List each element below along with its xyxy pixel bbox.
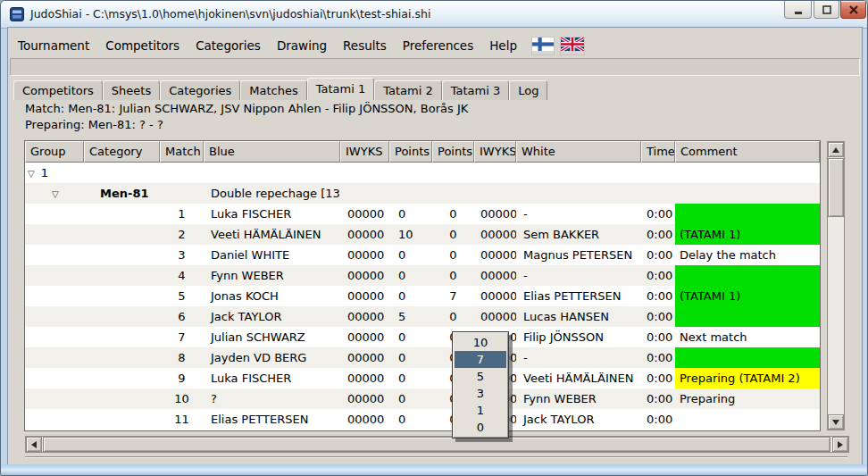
column-header-3-blue[interactable]: Blue [204, 141, 340, 163]
column-header-5-points[interactable]: Points [389, 141, 432, 163]
column-header-6-points[interactable]: Points [432, 141, 474, 163]
horizontal-scrollbar[interactable] [25, 436, 849, 453]
column-header-2-match[interactable]: Match [160, 141, 204, 163]
dropdown-option-0[interactable]: 0 [455, 419, 506, 436]
cell-blue-points[interactable]: 10 [389, 224, 432, 245]
cell-comment[interactable]: Next match [675, 327, 820, 347]
cell-time: 0:00 [641, 327, 675, 347]
match-row[interactable]: 5Jonas KOCH000000700000Elias PETTERSEN0:… [25, 286, 820, 306]
cell-blue-points[interactable]: 0 [389, 265, 432, 286]
match-row[interactable]: 2Veeti HÄMÄLÄINEN0000010000000Sem BAKKER… [25, 224, 820, 245]
tab-categories[interactable]: Categories [160, 80, 240, 100]
match-row[interactable]: 10?000000000000Fynn WEBER0:00Preparing [25, 388, 820, 409]
tab-log[interactable]: Log [509, 80, 547, 100]
tab-sheets[interactable]: Sheets [103, 80, 160, 100]
horizontal-scrollbar-thumb[interactable] [43, 437, 830, 452]
cell-comment[interactable]: Delay the match [675, 245, 820, 265]
match-row[interactable]: 3Daniel WHITE000000000000Magnus PETERSEN… [25, 245, 820, 265]
close-icon [848, 4, 859, 15]
cell-comment[interactable] [675, 265, 820, 286]
cell-white-name: Sem BAKKER [516, 224, 641, 245]
cell-comment[interactable] [675, 306, 820, 327]
scroll-right-button[interactable] [832, 437, 848, 452]
cell-comment[interactable]: Preparing (TATAMI 2) [675, 368, 820, 388]
column-header-8-white[interactable]: White [516, 141, 641, 163]
maximize-button[interactable] [814, 1, 839, 19]
expander-icon[interactable]: ▽ [28, 163, 35, 183]
category-row[interactable]: ▽Men-81Double repechage [13] [25, 183, 820, 204]
column-header-9-time[interactable]: Time [641, 141, 675, 163]
column-header-7-iwyks[interactable]: IWYKS [474, 141, 516, 163]
cell-blue-points[interactable]: 0 [389, 388, 432, 409]
cell-empty [340, 163, 389, 183]
expander-icon[interactable]: ▽ [52, 184, 59, 204]
tab-matches[interactable]: Matches [240, 80, 306, 100]
finnish-flag-icon[interactable] [532, 38, 554, 54]
cell-white-points[interactable]: 7 [432, 286, 474, 306]
cell-white-points[interactable]: 0 [432, 204, 474, 224]
cell-blue-points[interactable]: 0 [389, 245, 432, 265]
menu-item-results[interactable]: Results [335, 37, 395, 54]
cell-blue-points[interactable]: 5 [389, 306, 432, 327]
uk-flag-icon[interactable] [561, 38, 584, 54]
menu-item-competitors[interactable]: Competitors [97, 37, 188, 54]
menu-item-help[interactable]: Help [481, 37, 525, 54]
cell-blue-points[interactable]: 0 [389, 327, 432, 347]
cell-blue-points[interactable]: 0 [389, 368, 432, 388]
group-row[interactable]: ▽1 [25, 163, 820, 183]
cell-blue-points[interactable]: 0 [389, 409, 432, 430]
cell-comment[interactable] [675, 204, 820, 224]
dropdown-option-7[interactable]: 7 [455, 351, 506, 368]
match-row[interactable]: 11Elias PETTERSEN000000000000Jack TAYLOR… [25, 409, 820, 430]
close-button[interactable] [840, 1, 866, 19]
dropdown-option-5[interactable]: 5 [455, 368, 506, 385]
cell-comment[interactable]: Preparing [675, 388, 820, 409]
scroll-left-button[interactable] [26, 437, 42, 452]
column-header-4-iwyks[interactable]: IWYKS [340, 141, 389, 163]
match-row[interactable]: 1Luka FISCHER000000000000-0:00 [25, 204, 820, 224]
match-row[interactable]: 8Jayden VD BERG000000000000-0:00 [25, 347, 820, 368]
cell-blue-points[interactable]: 0 [389, 204, 432, 224]
cell-group [25, 306, 84, 327]
vertical-scrollbar-thumb[interactable] [828, 158, 844, 217]
tab-tatami-1[interactable]: Tatami 1 [307, 78, 375, 100]
dropdown-option-10[interactable]: 10 [455, 334, 506, 351]
cell-blue-points[interactable]: 0 [389, 286, 432, 306]
cell-white-points[interactable]: 0 [432, 245, 474, 265]
cell-white-iwyks: 00000 [474, 265, 516, 286]
cell-comment[interactable]: (TATAMI 1) [675, 286, 820, 306]
vertical-scrollbar[interactable] [827, 141, 845, 430]
match-row[interactable]: 9Luka FISCHER000000000000Veeti HÄMÄLÄINE… [25, 368, 820, 388]
cell-comment[interactable] [675, 347, 820, 368]
cell-category [84, 245, 160, 265]
cell-comment[interactable] [675, 409, 820, 430]
cell-comment[interactable]: (TATAMI 1) [675, 224, 820, 245]
menu-item-preferences[interactable]: Preferences [395, 37, 481, 54]
match-row[interactable]: 7Julian SCHWARZ000000000000Filip JÖNSSON… [25, 327, 820, 347]
cell-time: 0:00 [641, 388, 675, 409]
cell-white-points[interactable]: 0 [432, 265, 474, 286]
tab-competitors[interactable]: Competitors [13, 80, 103, 100]
cell-group [25, 347, 84, 368]
cell-white-points[interactable]: 0 [432, 306, 474, 327]
cell-blue-iwyks: 00000 [340, 347, 389, 368]
column-header-10-comment[interactable]: Comment [675, 141, 820, 163]
match-row[interactable]: 6Jack TAYLOR000005000000Lucas HANSEN0:00 [25, 306, 820, 327]
column-header-0-group[interactable]: Group [25, 141, 84, 163]
app-window: JudoShiai - C:\msys\1.0\home\hjokinen\sv… [0, 0, 868, 476]
cell-blue-points[interactable]: 0 [389, 347, 432, 368]
menu-item-categories[interactable]: Categories [188, 37, 269, 54]
dropdown-option-3[interactable]: 3 [455, 385, 506, 402]
tab-tatami-3[interactable]: Tatami 3 [442, 80, 510, 100]
scroll-up-button[interactable] [828, 142, 844, 157]
dropdown-option-1[interactable]: 1 [455, 402, 506, 419]
minimize-button[interactable] [784, 1, 812, 19]
menu-item-drawing[interactable]: Drawing [269, 37, 335, 54]
scroll-down-button[interactable] [828, 414, 844, 430]
cell-white-points[interactable]: 0 [432, 224, 474, 245]
tab-tatami-2[interactable]: Tatami 2 [374, 80, 442, 100]
match-row[interactable]: 4Fynn WEBER000000000000-0:00 [25, 265, 820, 286]
menu-item-tournament[interactable]: Tournament [10, 37, 97, 54]
column-header-1-category[interactable]: Category [84, 141, 160, 163]
title-bar[interactable]: JudoShiai - C:\msys\1.0\home\hjokinen\sv… [1, 1, 867, 29]
